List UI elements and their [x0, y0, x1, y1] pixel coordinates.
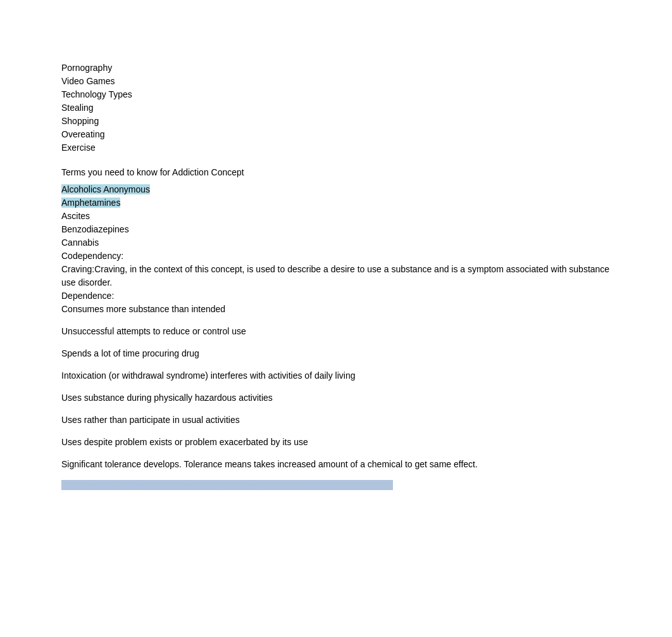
term-consumes-more: Consumes more substance than intended — [61, 303, 611, 316]
term-ascites: Ascites — [61, 210, 611, 223]
paragraph-intoxication: Intoxication (or withdrawal syndrome) in… — [61, 369, 611, 382]
paragraph-uses-despite: Uses despite problem exists or problem e… — [61, 436, 611, 449]
term-alcoholics-anonymous: Alcoholics Anonymous — [61, 183, 611, 196]
list-shopping: Shopping — [61, 115, 611, 128]
list-technology-types: Technology Types — [61, 88, 611, 101]
term-craving: Craving:Craving, in the context of this … — [61, 263, 611, 289]
list-video-games: Video Games — [61, 75, 611, 88]
term-dependence: Dependence: — [61, 289, 611, 303]
paragraph-unsuccessful: Unsuccessful attempts to reduce or contr… — [61, 325, 611, 338]
section-header: Terms you need to know for Addiction Con… — [61, 166, 611, 179]
paragraph-spends-time: Spends a lot of time procuring drug — [61, 347, 611, 360]
list-pornography: Pornography — [61, 61, 611, 75]
term-codependency: Codependency: — [61, 249, 611, 263]
list-overeating: Overeating — [61, 128, 611, 141]
term-benzodiazepines: Benzodiazepines — [61, 223, 611, 236]
term-amphetamines: Amphetamines — [61, 196, 611, 210]
last-line: Withdrawal: Withdrawal occurs when a per… — [61, 480, 393, 490]
paragraph-uses-hazardous: Uses substance during physically hazardo… — [61, 391, 611, 405]
paragraph-tolerance: Significant tolerance develops. Toleranc… — [61, 458, 611, 471]
list-stealing: Stealing — [61, 101, 611, 115]
paragraph-uses-rather: Uses rather than participate in usual ac… — [61, 413, 611, 427]
list-exercise: Exercise — [61, 141, 611, 155]
term-cannabis: Cannabis — [61, 236, 611, 249]
